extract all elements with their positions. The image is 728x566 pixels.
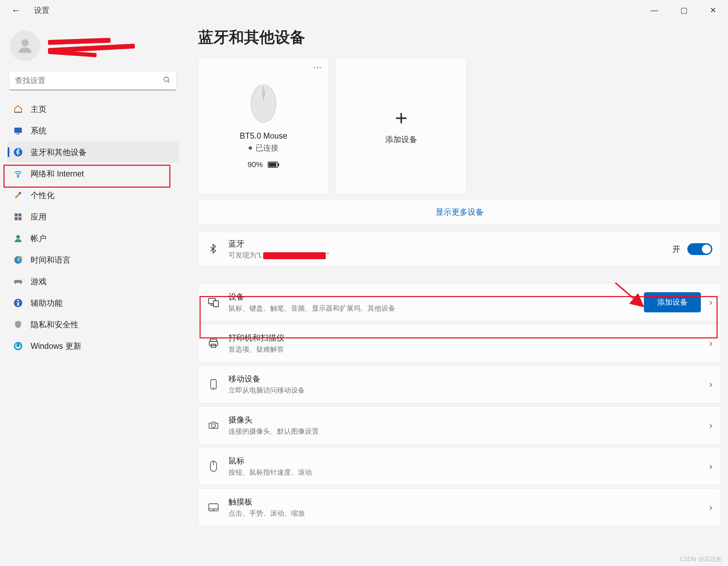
more-icon[interactable]: ⋯ (313, 63, 322, 72)
svg-rect-25 (213, 301, 218, 307)
bluetooth-icon (13, 147, 23, 157)
touchpad-icon (205, 499, 221, 515)
nav-home[interactable]: 主页 (7, 99, 179, 120)
status-dot-icon (249, 146, 252, 150)
nav-gaming[interactable]: 游戏 (7, 271, 179, 292)
maximize-button[interactable]: ▢ (676, 4, 693, 17)
paint-icon (13, 190, 23, 200)
wifi-icon (13, 169, 23, 179)
nav-privacy[interactable]: 隐私和安全性 (7, 314, 179, 335)
chevron-right-icon: › (709, 379, 712, 390)
mobile-devices-row[interactable]: 移动设备 立即从电脑访问移动设备 › (198, 365, 721, 403)
device-status: 已连接 (249, 143, 278, 153)
nav-label: Windows 更新 (31, 341, 81, 352)
nav-accessibility[interactable]: 辅助功能 (7, 293, 179, 313)
nav-label: 辅助功能 (31, 298, 63, 309)
account-icon (13, 233, 23, 243)
nav-label: 隐私和安全性 (31, 319, 79, 330)
nav-label: 游戏 (31, 276, 47, 287)
nav-list: 主页 系统 蓝牙和其他设备 网络和 Internet 个性化 应用 (7, 99, 179, 356)
phone-icon (205, 376, 221, 392)
mouse-settings-row[interactable]: 鼠标 按钮、鼠标指针速度、滚动 › (198, 447, 721, 485)
update-icon (13, 341, 23, 351)
home-icon (13, 104, 23, 114)
avatar (10, 31, 40, 61)
nav-apps[interactable]: 应用 (7, 206, 179, 227)
nav-label: 蓝牙和其他设备 (31, 147, 87, 158)
svg-rect-11 (18, 217, 22, 220)
row-subtitle: 鼠标、键盘、触笔、音频、显示器和扩展坞、其他设备 (228, 304, 644, 313)
minimize-button[interactable]: — (646, 4, 663, 17)
gamepad-icon (13, 277, 23, 286)
user-profile[interactable] (10, 31, 176, 61)
shield-icon (13, 320, 23, 329)
svg-rect-3 (14, 128, 22, 133)
battery-icon (268, 162, 280, 168)
row-title: 打印机和扫描仪 (228, 333, 709, 343)
svg-point-6 (17, 176, 18, 177)
svg-point-14 (19, 256, 22, 259)
svg-point-0 (22, 39, 29, 46)
nav-accounts[interactable]: 帐户 (7, 228, 179, 249)
device-name: BT5.0 Mouse (240, 131, 288, 141)
search-input[interactable] (15, 76, 163, 85)
search-icon (163, 76, 171, 85)
touchpad-row[interactable]: 触摸板 点击、手势、滚动、缩放 › (198, 488, 721, 526)
device-battery: 90% (248, 160, 280, 169)
add-device-label: 添加设备 (385, 134, 417, 145)
nav-label: 应用 (31, 212, 47, 222)
device-card-mouse[interactable]: ⋯ BT5.0 Mouse 已连接 90% (198, 57, 329, 194)
clock-icon (13, 255, 23, 265)
svg-rect-22 (278, 163, 279, 166)
show-more-devices[interactable]: 显示更多设备 (198, 199, 721, 225)
chevron-right-icon: › (709, 338, 712, 349)
close-button[interactable]: ✕ (705, 4, 721, 17)
nav-label: 个性化 (31, 190, 55, 201)
nav-network[interactable]: 网络和 Internet (7, 163, 179, 184)
svg-rect-4 (17, 134, 20, 134)
nav-bluetooth[interactable]: 蓝牙和其他设备 (7, 142, 179, 163)
row-subtitle: 点击、手势、滚动、缩放 (228, 509, 709, 518)
add-device-button[interactable]: 添加设备 (644, 292, 701, 312)
bluetooth-toggle[interactable] (687, 243, 712, 255)
add-device-card[interactable]: + 添加设备 (336, 57, 467, 194)
chevron-right-icon: › (709, 461, 712, 472)
devices-icon (205, 294, 221, 310)
row-title: 鼠标 (228, 456, 709, 466)
row-title: 蓝牙 (228, 238, 672, 249)
nav-label: 时间和语言 (31, 255, 71, 265)
printer-icon (205, 335, 221, 351)
nav-time[interactable]: 时间和语言 (7, 249, 179, 270)
bluetooth-toggle-row: 蓝牙 可发现为"L" 开 (198, 232, 721, 266)
svg-rect-8 (15, 213, 18, 216)
mouse-illustration (247, 83, 280, 124)
user-name-redacted (48, 37, 135, 55)
chevron-right-icon: › (709, 502, 712, 513)
svg-line-2 (168, 81, 170, 82)
nav-personalize[interactable]: 个性化 (7, 185, 179, 206)
toggle-label: 开 (672, 244, 680, 255)
row-title: 移动设备 (228, 374, 709, 384)
nav-label: 帐户 (31, 233, 47, 244)
svg-point-16 (17, 300, 19, 302)
search-box[interactable] (9, 71, 177, 90)
mouse-icon (205, 458, 221, 474)
svg-point-32 (211, 424, 215, 427)
camera-icon (205, 417, 221, 433)
nav-system[interactable]: 系统 (7, 120, 179, 141)
apps-icon (13, 212, 23, 222)
camera-row[interactable]: 摄像头 连接的摄像头、默认图像设置 › (198, 406, 721, 444)
back-button[interactable]: ← (7, 3, 25, 18)
chevron-right-icon: › (709, 420, 712, 431)
row-subtitle: 按钮、鼠标指针速度、滚动 (228, 468, 709, 477)
svg-rect-9 (18, 213, 22, 216)
svg-point-17 (14, 342, 22, 350)
window-title: 设置 (34, 5, 49, 16)
devices-row[interactable]: 设备 鼠标、键盘、触笔、音频、显示器和扩展坞、其他设备 添加设备 › (198, 283, 721, 321)
nav-label: 主页 (31, 104, 47, 115)
plus-icon: + (395, 107, 407, 129)
bluetooth-icon (205, 241, 221, 257)
nav-update[interactable]: Windows 更新 (7, 336, 179, 356)
printers-row[interactable]: 打印机和扫描仪 首选项、疑难解答 › (198, 324, 721, 362)
svg-point-12 (16, 235, 20, 239)
